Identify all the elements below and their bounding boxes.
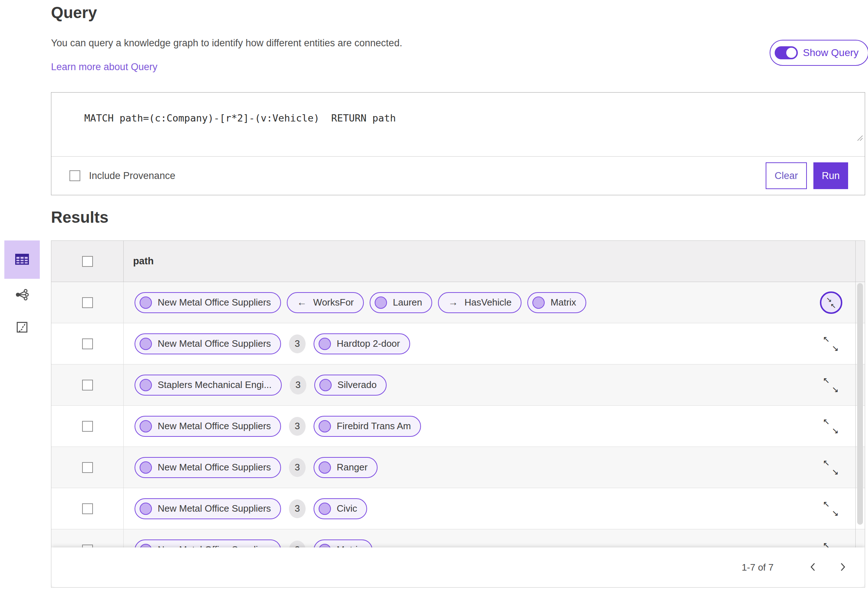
include-provenance-checkbox[interactable] <box>69 170 80 181</box>
row-checkbox-cell <box>52 406 124 447</box>
row-checkbox-cell <box>52 323 124 364</box>
row-checkbox[interactable] <box>82 297 93 308</box>
entity-pill[interactable]: New Metal Office Suppliers <box>134 457 281 478</box>
diag-arrow: ↘ <box>832 509 839 518</box>
collapse-row-icon[interactable]: ↘↖ <box>820 291 842 314</box>
row-checkbox[interactable] <box>82 503 93 514</box>
tab-map-view[interactable] <box>4 311 40 344</box>
results-scrollbar-thumb[interactable] <box>857 283 863 525</box>
arrow-left-icon: ← <box>297 297 307 308</box>
results-table: path New Metal Office Suppliers←WorksFor… <box>51 240 865 587</box>
table-row: New Metal Office Suppliers←WorksForLaure… <box>52 282 865 323</box>
collapsed-count-badge: 3 <box>289 499 306 518</box>
expand-row-icon[interactable]: ↖↘ <box>822 335 840 353</box>
toggle-knob <box>786 48 796 58</box>
diag-arrow: ↘ <box>832 344 839 353</box>
entity-pill[interactable]: Silverado <box>314 375 387 395</box>
diag-arrow: ↘ <box>832 385 839 394</box>
include-provenance-label: Include Provenance <box>89 170 176 181</box>
path-cell: New Metal Office Suppliers3Hardtop 2-doo… <box>124 323 865 364</box>
entity-node-icon <box>140 296 152 309</box>
row-checkbox-cell <box>52 364 124 405</box>
path-cell: New Metal Office Suppliers←WorksForLaure… <box>124 282 865 323</box>
map-icon <box>15 320 29 336</box>
collapsed-count-badge: 3 <box>289 417 306 436</box>
query-input[interactable]: MATCH path=(c:Company)-[r*2]-(v:Vehicle)… <box>52 93 865 156</box>
expand-row-icon[interactable]: ↖↘ <box>822 500 840 518</box>
entity-pill[interactable]: New Metal Office Suppliers <box>134 498 281 519</box>
tab-link-chart-view[interactable] <box>4 279 40 311</box>
tab-table-view[interactable] <box>4 240 40 279</box>
entity-label: Civic <box>337 503 357 514</box>
entity-pill[interactable]: Civic <box>314 498 367 519</box>
entity-node-icon <box>140 379 152 391</box>
entity-label: New Metal Office Suppliers <box>158 420 271 432</box>
path-column-label: path <box>133 256 154 267</box>
toggle-switch-icon[interactable] <box>775 46 798 59</box>
table-row: New Metal Office Suppliers3Civic↖↘ <box>52 488 865 530</box>
entity-pill[interactable]: Matrix <box>527 292 586 313</box>
clear-button[interactable]: Clear <box>766 162 807 189</box>
pagination-next-button[interactable] <box>837 559 849 576</box>
select-all-checkbox[interactable] <box>82 256 93 267</box>
chevron-left-icon <box>810 562 816 573</box>
row-checkbox[interactable] <box>82 462 93 473</box>
pagination-range: 1-7 of 7 <box>742 562 774 573</box>
table-row: New Metal Office Suppliers3Hardtop 2-doo… <box>52 323 865 364</box>
diag-arrow: ↖ <box>823 500 830 508</box>
entity-label: Matrix <box>551 297 576 308</box>
table-body: New Metal Office Suppliers←WorksForLaure… <box>52 282 865 571</box>
page-title: Query <box>51 4 97 22</box>
include-provenance-option[interactable]: Include Provenance <box>69 170 176 181</box>
path-cell: New Metal Office Suppliers3Civic <box>124 488 865 529</box>
table-row: New Metal Office Suppliers3Ranger↖↘ <box>52 447 865 488</box>
row-checkbox[interactable] <box>82 421 93 432</box>
entity-node-icon <box>140 503 152 515</box>
entity-node-icon <box>375 296 387 309</box>
collapsed-count-badge: 3 <box>289 335 306 353</box>
learn-more-link[interactable]: Learn more about Query <box>51 62 157 73</box>
path-column-header: path <box>124 241 865 282</box>
results-scrollbar[interactable] <box>855 241 865 547</box>
expand-row-icon[interactable]: ↖↘ <box>822 417 840 435</box>
entity-pill[interactable]: New Metal Office Suppliers <box>134 292 281 313</box>
entity-pill[interactable]: New Metal Office Suppliers <box>134 333 281 354</box>
diag-arrow: ↘ <box>832 468 839 476</box>
diag-arrow: ↖ <box>823 459 830 467</box>
entity-node-icon <box>319 462 331 474</box>
query-actions: Clear Run <box>766 162 848 189</box>
row-checkbox-cell <box>52 447 124 488</box>
entity-node-icon <box>319 503 331 515</box>
entity-pill[interactable]: Hardtop 2-door <box>314 333 410 354</box>
resize-gripper-icon[interactable] <box>821 121 863 154</box>
entity-pill[interactable]: Firebird Trans Am <box>314 416 421 437</box>
query-text: MATCH path=(c:Company)-[r*2]-(v:Vehicle)… <box>84 112 396 124</box>
expand-row-icon[interactable]: ↖↘ <box>822 376 840 394</box>
entity-pill[interactable]: New Metal Office Suppliers <box>134 416 281 437</box>
path-cell: New Metal Office Suppliers3Ranger <box>124 447 865 488</box>
entity-pill[interactable]: Lauren <box>370 292 432 313</box>
entity-label: Firebird Trans Am <box>337 420 411 432</box>
chevron-right-icon <box>840 562 846 573</box>
results-title: Results <box>51 208 108 226</box>
table-row: New Metal Office Suppliers3Firebird Tran… <box>52 406 865 447</box>
show-query-toggle[interactable]: Show Query <box>770 40 868 66</box>
relationship-pill[interactable]: →HasVehicle <box>438 292 521 313</box>
table-header-row: path <box>52 241 865 282</box>
query-panel: MATCH path=(c:Company)-[r*2]-(v:Vehicle)… <box>51 92 865 195</box>
relationship-pill[interactable]: ←WorksFor <box>287 292 364 313</box>
collapsed-count-badge: 3 <box>290 376 306 394</box>
query-footer: Include Provenance Clear Run <box>52 156 865 195</box>
relationship-label: WorksFor <box>313 297 354 308</box>
entity-node-icon <box>140 462 152 474</box>
entity-pill[interactable]: Ranger <box>314 457 378 478</box>
row-checkbox[interactable] <box>82 338 93 349</box>
pagination-prev-button[interactable] <box>807 559 818 576</box>
row-checkbox[interactable] <box>82 380 93 391</box>
entity-node-icon <box>140 338 152 350</box>
entity-label: New Metal Office Suppliers <box>158 462 271 473</box>
diag-arrow: ↖ <box>823 417 830 426</box>
entity-pill[interactable]: Staplers Mechanical Engi... <box>134 375 282 395</box>
expand-row-icon[interactable]: ↖↘ <box>822 459 840 476</box>
run-button[interactable]: Run <box>813 162 848 189</box>
